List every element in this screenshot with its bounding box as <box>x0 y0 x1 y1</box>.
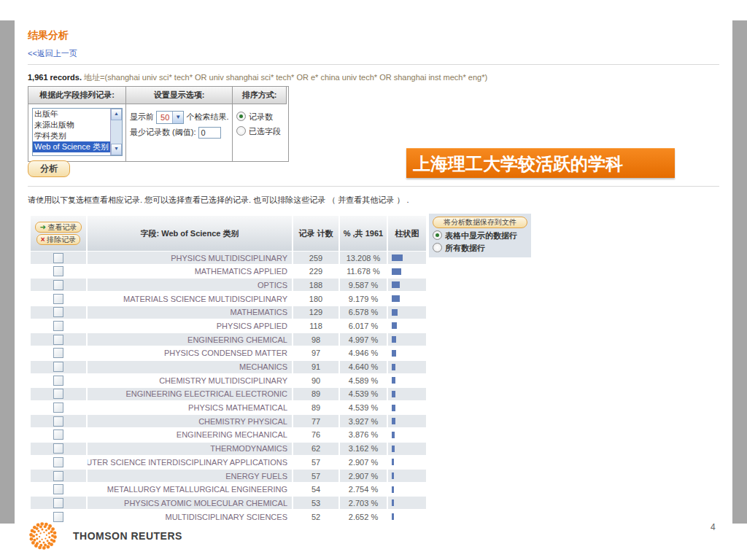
bar-chart-segment <box>392 309 398 316</box>
row-checkbox[interactable] <box>53 335 63 345</box>
row-checkbox-cell <box>31 497 86 509</box>
field-listbox[interactable]: 出版年来源出版物学科类别Web of Science 类别 ▲ ▼ <box>32 108 123 156</box>
field-option[interactable]: 出版年 <box>33 109 110 120</box>
row-percent: 3.927 % <box>340 415 387 427</box>
row-bar-cell <box>388 347 426 359</box>
slide-page-number: 4 <box>711 522 716 532</box>
row-category: ENGINEERING ELECTRICAL ELECTRONIC <box>88 388 292 400</box>
scroll-down-icon[interactable]: ▼ <box>111 144 122 155</box>
save-option[interactable]: 表格中显示的数据行 <box>433 230 527 241</box>
sort-option[interactable]: 已选字段 <box>236 126 283 137</box>
row-checkbox[interactable] <box>53 498 63 508</box>
table-row: OPTICS1889.587 % <box>31 279 426 291</box>
row-checkbox[interactable] <box>53 280 63 290</box>
field-option[interactable]: Web of Science 类别 <box>33 141 110 152</box>
bar-chart-segment <box>392 418 395 424</box>
sort-option[interactable]: 记录数 <box>236 112 283 122</box>
bar-chart-segment <box>392 322 397 329</box>
row-category: MATHEMATICS APPLIED <box>88 265 292 278</box>
row-category: MATERIALS SCIENCE MULTIDISCIPLINARY <box>88 292 292 305</box>
row-bar-cell <box>388 333 426 346</box>
row-checkbox-cell <box>31 483 86 496</box>
radio-button-icon[interactable] <box>236 126 246 136</box>
row-checkbox-cell <box>31 415 86 427</box>
row-checkbox[interactable] <box>53 307 63 317</box>
row-checkbox[interactable] <box>53 471 63 481</box>
row-count: 76 <box>293 429 338 441</box>
listbox-scrollbar[interactable]: ▲ ▼ <box>110 109 122 155</box>
save-data-button[interactable]: 将分析数据保存到文件 <box>433 217 527 228</box>
row-checkbox[interactable] <box>53 443 63 454</box>
radio-button-icon[interactable] <box>236 112 246 121</box>
field-listbox-options[interactable]: 出版年来源出版物学科类别Web of Science 类别 <box>33 109 110 155</box>
records-summary: 1,961 records. 地址=(shanghai univ sci* te… <box>28 72 487 83</box>
row-checkbox[interactable] <box>53 389 63 399</box>
row-count: 91 <box>293 361 338 373</box>
row-percent: 6.578 % <box>340 306 387 319</box>
row-checkbox-cell <box>31 279 86 291</box>
save-option[interactable]: 所有数据行 <box>433 243 527 254</box>
row-count: 118 <box>293 319 338 332</box>
row-checkbox[interactable] <box>53 457 63 467</box>
exclude-records-button[interactable]: × 排除记录 <box>36 234 81 245</box>
show-count-select[interactable]: 50▼ <box>156 111 184 124</box>
radio-button-icon[interactable] <box>433 243 442 252</box>
row-bar-cell <box>388 374 426 386</box>
row-checkbox-cell <box>31 292 86 305</box>
row-count: 57 <box>293 470 338 482</box>
row-checkbox[interactable] <box>53 294 63 304</box>
row-checkbox[interactable] <box>53 376 63 386</box>
view-records-button[interactable]: ➜ 查看记录 <box>35 222 81 233</box>
row-checkbox[interactable] <box>53 362 63 372</box>
row-percent: 2.907 % <box>340 470 387 482</box>
row-checkbox-cell <box>31 265 86 278</box>
row-checkbox[interactable] <box>53 266 63 276</box>
brand-name: THOMSON REUTERS <box>73 530 182 542</box>
table-row: ENGINEERING MECHANICAL763.876 % <box>31 429 426 441</box>
radio-button-icon[interactable] <box>433 230 442 240</box>
row-checkbox[interactable] <box>53 253 63 263</box>
bar-chart-segment <box>392 281 400 288</box>
row-category: CHEMISTRY MULTIDISCIPLINARY <box>88 374 292 386</box>
bar-chart-segment <box>392 254 403 261</box>
table-row: MATERIALS SCIENCE MULTIDISCIPLINARY1809.… <box>31 292 426 305</box>
row-percent: 9.587 % <box>340 279 387 291</box>
bar-chart-segment <box>392 499 394 506</box>
field-option[interactable]: 来源出版物 <box>33 120 110 131</box>
back-link[interactable]: <<返回上一页 <box>28 48 77 59</box>
row-checkbox[interactable] <box>53 512 63 522</box>
row-checkbox[interactable] <box>53 416 63 427</box>
table-row: MATHEMATICS APPLIED22911.678 % <box>31 265 426 278</box>
row-category: MULTIDISCIPLINARY SCIENCES <box>88 510 292 523</box>
row-count: 53 <box>293 497 338 509</box>
row-category: COMPUTER SCIENCE INTERDISCIPLINARY APPLI… <box>88 456 292 468</box>
table-row: PHYSICS CONDENSED MATTER974.946 % <box>31 347 426 359</box>
row-checkbox[interactable] <box>53 321 63 331</box>
row-percent: 2.907 % <box>340 456 387 468</box>
bar-chart-segment <box>392 391 395 397</box>
min-records-input[interactable]: 0 <box>198 127 221 139</box>
row-checkbox[interactable] <box>53 402 63 413</box>
table-row: PHYSICS MATHEMATICAL894.539 % <box>31 402 426 414</box>
scroll-up-icon[interactable]: ▲ <box>111 109 122 120</box>
slide-callout-banner: 上海理工大学较活跃的学科 <box>406 148 675 178</box>
table-row: PHYSICS APPLIED1186.017 % <box>31 319 426 332</box>
bar-chart-segment <box>392 446 395 452</box>
row-percent: 4.946 % <box>340 347 387 359</box>
row-count: 77 <box>293 415 338 427</box>
field-option[interactable]: 学科类别 <box>33 131 110 141</box>
row-bar-cell <box>388 252 426 264</box>
row-percent: 13.208 % <box>340 252 387 264</box>
row-bar-cell <box>388 265 426 278</box>
analyze-button[interactable]: 分析 <box>28 160 70 177</box>
table-row: MATHEMATICS1296.578 % <box>31 306 426 319</box>
show-top-line: 显示前 50▼ 个检索结果. <box>130 111 228 124</box>
row-category: THERMODYNAMICS <box>88 443 292 455</box>
row-checkbox[interactable] <box>53 484 63 494</box>
save-label: 表格中显示的数据行 <box>445 231 517 240</box>
chevron-down-icon[interactable]: ▼ <box>172 112 183 123</box>
sort-label: 已选字段 <box>249 127 281 136</box>
row-bar-cell <box>388 279 426 291</box>
row-checkbox[interactable] <box>53 348 63 358</box>
row-checkbox[interactable] <box>53 429 63 440</box>
